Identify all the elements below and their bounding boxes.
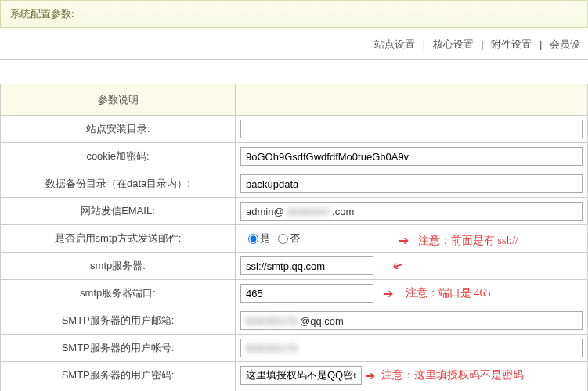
label-smtp-port: smtp服务器端口: [1, 280, 236, 307]
send-email-input[interactable]: admin@dedehtml.com [240, 202, 583, 221]
nav-tabs: 站点设置 | 核心设置 | 附件设置 | 会员设 [0, 28, 588, 58]
value-cell: ➔ 注意：这里填授权码不是密码 [236, 362, 588, 389]
table-row: cookie加密码: [1, 143, 588, 170]
annotation-wrapper: ➔ 注意：前面是有 ssl:// [392, 233, 518, 248]
smtp-no-radio[interactable] [278, 234, 288, 244]
annotation-text: 注意：这里填授权码不是密码 [381, 368, 524, 382]
radio-group: 是 否 [243, 231, 300, 246]
email-prefix: admin@ [246, 206, 284, 217]
annotation-text: 注意：端口是 465 [406, 286, 491, 300]
smtp-user-mail-input[interactable]: 809285179@qq.com [240, 311, 583, 330]
param-header-label: 参数说明 [1, 84, 236, 116]
annotation-text: 注意：前面是有 ssl:// [418, 234, 518, 248]
smtp-no-label: 否 [290, 232, 300, 244]
smtp-user-pwd-input[interactable] [240, 366, 362, 385]
table-row: 网站发信EMAIL: admin@dedehtml.com [1, 198, 588, 225]
label-smtp-enable: 是否启用smtp方式发送邮件: [1, 225, 236, 253]
backup-dir-input[interactable] [240, 174, 583, 193]
value-cell: admin@dedehtml.com [236, 198, 588, 225]
arrow-icon: ➔ [365, 368, 375, 383]
value-cell: 是 否 ➔ 注意：前面是有 ssl:// [236, 225, 588, 253]
mail-blurred: 809285179 [246, 315, 297, 327]
arrow-icon: ➔ [383, 286, 393, 301]
smtp-port-input[interactable] [240, 284, 373, 303]
label-cookie-pwd: cookie加密码: [1, 143, 236, 170]
nav-separator: | [539, 38, 542, 50]
divider [0, 59, 588, 60]
email-suffix: .com [332, 206, 354, 217]
table-row: smtp服务器: ➔ [1, 253, 588, 280]
param-header-value [236, 84, 588, 116]
param-header-row: 参数说明 [1, 84, 588, 116]
tab-attach[interactable]: 附件设置 [491, 38, 532, 50]
tab-site[interactable]: 站点设置 [374, 38, 415, 50]
table-row: SMTP服务器的用户帐号: 809285179 [1, 335, 588, 362]
value-cell [236, 143, 588, 170]
value-cell: ➔ 注意：端口是 465 [236, 280, 588, 307]
table-row: smtp服务器端口: ➔ 注意：端口是 465 [1, 280, 588, 307]
install-dir-input[interactable] [240, 120, 583, 138]
value-cell: 809285179@qq.com [236, 307, 588, 335]
mail-suffix: @qq.com [300, 315, 344, 327]
tab-member[interactable]: 会员设 [550, 38, 580, 50]
value-cell: 809285179 [236, 335, 588, 362]
smtp-server-input[interactable] [240, 256, 373, 275]
arrow-icon: ➔ [390, 257, 405, 274]
label-smtp-server: smtp服务器: [1, 253, 236, 280]
label-backup-dir: 数据备份目录（在data目录内）: [1, 170, 236, 198]
value-cell: ➔ [236, 253, 588, 280]
label-smtp-user-mail: SMTP服务器的用户邮箱: [1, 307, 236, 335]
label-install-dir: 站点安装目录: [1, 116, 236, 143]
nav-separator: | [423, 38, 425, 50]
smtp-yes-label: 是 [260, 232, 270, 244]
config-table: 参数说明 站点安装目录: cookie加密码: 数据备份目录（在data目录内）… [0, 84, 588, 391]
tab-core[interactable]: 核心设置 [433, 38, 474, 50]
value-cell [236, 170, 588, 198]
label-send-email: 网站发信EMAIL: [1, 198, 236, 225]
value-cell [236, 116, 588, 143]
acct-blurred: 809285179 [246, 343, 297, 354]
cookie-pwd-input[interactable] [240, 147, 583, 166]
table-row: 是否启用smtp方式发送邮件: 是 否 ➔ 注意：前面是有 ssl:// [1, 225, 588, 253]
email-blurred: dedehtml [287, 206, 329, 217]
table-row: SMTP服务器的用户密码: ➔ 注意：这里填授权码不是密码 [1, 362, 588, 389]
nav-separator: | [481, 38, 483, 50]
table-row: 数据备份目录（在data目录内）: [1, 170, 588, 198]
label-smtp-user-acct: SMTP服务器的用户帐号: [1, 335, 236, 362]
table-row: 站点安装目录: [1, 116, 588, 143]
arrow-icon: ➔ [399, 233, 409, 248]
table-row: SMTP服务器的用户邮箱: 809285179@qq.com [1, 307, 588, 335]
smtp-user-acct-input[interactable]: 809285179 [240, 339, 583, 357]
page-title: 系统配置参数: [10, 8, 74, 20]
smtp-yes-radio[interactable] [248, 234, 258, 244]
label-smtp-user-pwd: SMTP服务器的用户密码: [1, 362, 236, 389]
page-header: 系统配置参数: [0, 0, 588, 28]
